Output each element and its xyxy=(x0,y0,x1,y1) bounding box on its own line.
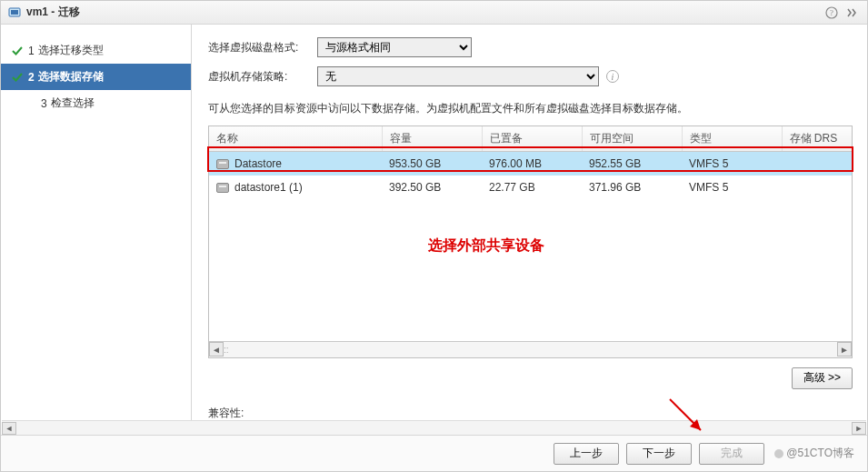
wizard-body: 1 选择迁移类型 2 选择数据存储 3 检查选择 选择虚拟磁盘格式: 与源格式相… xyxy=(1,25,867,435)
scroll-left-icon[interactable]: ◄ xyxy=(2,422,16,435)
datastore-table-container: 名称 容量 已置备 可用空间 类型 存储 DRS Datastore 953.5… xyxy=(208,126,853,358)
datastore-table: 名称 容量 已置备 可用空间 类型 存储 DRS Datastore 953.5… xyxy=(209,126,852,341)
cell-provisioned: 976.00 MB xyxy=(482,152,582,176)
storage-policy-row: 虚拟机存储策略: 无 i xyxy=(208,66,853,86)
scroll-left-icon[interactable]: ◄ xyxy=(209,342,224,357)
storage-policy-select[interactable]: 无 xyxy=(317,66,599,86)
scroll-right-icon[interactable]: ► xyxy=(852,422,866,435)
col-drs[interactable]: 存储 DRS xyxy=(782,126,852,152)
disk-format-label: 选择虚拟磁盘格式: xyxy=(208,40,317,55)
scroll-right-icon[interactable]: ► xyxy=(837,342,852,357)
cell-free: 952.55 GB xyxy=(582,152,682,176)
main-panel: 选择虚拟磁盘格式: 与源格式相同 虚拟机存储策略: 无 i 可从您选择的目标资源… xyxy=(192,25,867,435)
step-label: 选择迁移类型 xyxy=(38,43,104,58)
step-label: 选择数据存储 xyxy=(38,69,104,85)
scroll-grip-icon[interactable]: :: xyxy=(224,345,229,355)
finish-button: 完成 xyxy=(699,443,764,465)
col-name[interactable]: 名称 xyxy=(209,126,382,152)
table-header-row: 名称 容量 已置备 可用空间 类型 存储 DRS xyxy=(209,126,852,152)
cell-provisioned: 22.77 GB xyxy=(482,176,582,199)
wizard-footer: 上一步 下一步 完成 @51CTO博客 xyxy=(1,435,867,471)
table-row[interactable]: datastore1 (1) 392.50 GB 22.77 GB 371.96… xyxy=(209,176,852,199)
migration-wizard-window: vm1 - 迁移 ? 1 选择迁移类型 2 选择数据存储 3 检查选择 xyxy=(0,0,868,472)
next-button[interactable]: 下一步 xyxy=(626,443,692,465)
window-horizontal-scrollbar[interactable]: ◄ ► xyxy=(2,420,866,435)
col-provisioned[interactable]: 已置备 xyxy=(482,126,582,152)
cell-drs xyxy=(782,152,852,176)
datastore-icon xyxy=(216,183,229,193)
compatibility-label: 兼容性: xyxy=(208,406,853,421)
cell-type: VMFS 5 xyxy=(682,152,782,176)
collapse-icon[interactable] xyxy=(843,5,860,21)
datastore-description: 可从您选择的目标资源中访问以下数据存储。为虚拟机配置文件和所有虚拟磁盘选择目标数… xyxy=(208,101,853,116)
cell-free: 371.96 GB xyxy=(582,176,682,199)
step-label: 检查选择 xyxy=(51,95,95,111)
col-capacity[interactable]: 容量 xyxy=(382,126,482,152)
step-2-select-datastore[interactable]: 2 选择数据存储 xyxy=(1,64,191,90)
col-type[interactable]: 类型 xyxy=(682,126,782,152)
svg-point-5 xyxy=(774,449,783,458)
advanced-button[interactable]: 高级 >> xyxy=(792,367,853,389)
check-icon xyxy=(10,45,25,57)
help-icon[interactable]: ? xyxy=(823,5,840,21)
disk-format-row: 选择虚拟磁盘格式: 与源格式相同 xyxy=(208,37,853,57)
step-3-review[interactable]: 3 检查选择 xyxy=(1,90,191,116)
titlebar: vm1 - 迁移 ? xyxy=(1,1,867,25)
table-empty-space xyxy=(209,199,852,341)
col-free[interactable]: 可用空间 xyxy=(582,126,682,152)
cell-capacity: 953.50 GB xyxy=(382,152,482,176)
check-icon xyxy=(10,71,25,84)
storage-policy-label: 虚拟机存储策略: xyxy=(208,69,317,85)
cell-name: datastore1 (1) xyxy=(234,181,303,194)
svg-text:?: ? xyxy=(830,8,833,17)
watermark: @51CTO博客 xyxy=(773,446,854,461)
cell-type: VMFS 5 xyxy=(682,176,782,199)
datastore-icon xyxy=(216,159,229,169)
cell-name: Datastore xyxy=(234,157,282,170)
steps-sidebar: 1 选择迁移类型 2 选择数据存储 3 检查选择 xyxy=(1,25,192,435)
vm-icon xyxy=(8,6,21,19)
cell-capacity: 392.50 GB xyxy=(382,176,482,199)
svg-rect-1 xyxy=(11,10,18,15)
step-1-migration-type[interactable]: 1 选择迁移类型 xyxy=(1,37,191,64)
table-horizontal-scrollbar[interactable]: ◄ :: ► xyxy=(209,341,852,357)
step-num: 3 xyxy=(41,97,47,110)
cell-drs xyxy=(782,176,852,199)
advanced-row: 高级 >> xyxy=(208,367,853,389)
window-title: vm1 - 迁移 xyxy=(26,5,80,20)
info-icon[interactable]: i xyxy=(606,70,619,83)
table-row[interactable]: Datastore 953.50 GB 976.00 MB 952.55 GB … xyxy=(209,152,852,176)
step-num: 1 xyxy=(28,45,35,57)
step-num: 2 xyxy=(28,71,35,84)
disk-format-select[interactable]: 与源格式相同 xyxy=(317,37,472,57)
back-button[interactable]: 上一步 xyxy=(554,443,619,465)
